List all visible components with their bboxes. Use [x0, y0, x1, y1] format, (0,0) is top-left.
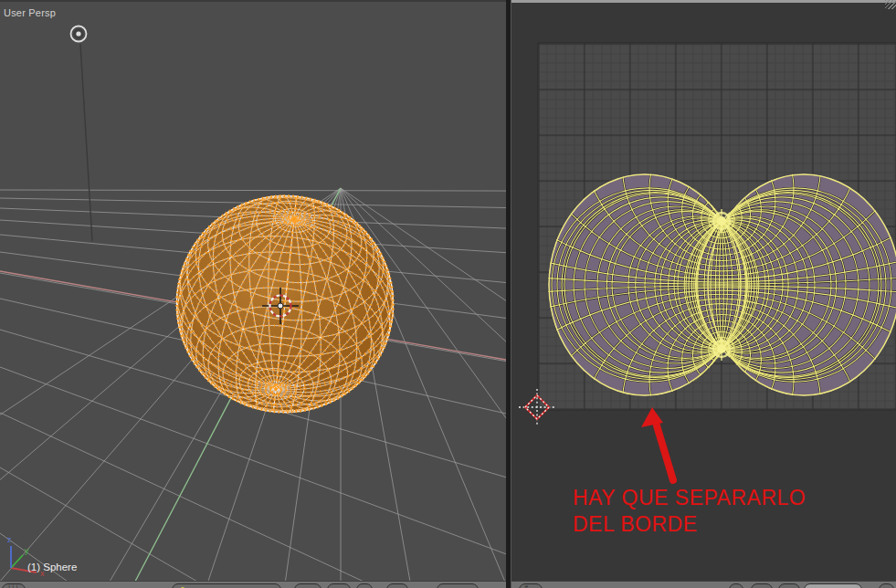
- uv-editor-header-bar[interactable]: #: [511, 581, 896, 588]
- annotation-arrow: [641, 407, 673, 480]
- blender-window: xyz User Persp (1) Sphere HAY QUE SEPARA…: [0, 0, 896, 588]
- svg-text:y: y: [25, 546, 29, 555]
- area-resize-grip-icon[interactable]: [885, 0, 896, 9]
- header-button[interactable]: [729, 583, 743, 588]
- annotation-line-2: DEL BORDE: [573, 511, 698, 537]
- header-button[interactable]: #: [519, 583, 543, 588]
- header-button[interactable]: [437, 583, 479, 588]
- header-button[interactable]: [804, 583, 862, 588]
- viewport-3d[interactable]: xyz User Persp (1) Sphere: [0, 0, 506, 581]
- lamp-icon: [71, 26, 87, 42]
- header-button[interactable]: [879, 583, 894, 588]
- header-button[interactable]: [778, 583, 800, 588]
- panel-top-edge: [511, 0, 896, 3]
- header-button[interactable]: |||: [2, 583, 26, 588]
- viewport-header-bar[interactable]: |||: [0, 581, 506, 588]
- svg-text:z: z: [7, 535, 12, 544]
- header-button[interactable]: [386, 583, 408, 588]
- lamp-object: [71, 26, 93, 242]
- header-button[interactable]: [327, 583, 351, 588]
- annotation-line-1: HAY QUE SEPARARLO: [573, 485, 806, 510]
- header-button[interactable]: [356, 583, 373, 588]
- header-button[interactable]: [172, 583, 281, 588]
- object-status-label: (1) Sphere: [27, 562, 77, 572]
- uv-pole-marker: [710, 337, 733, 361]
- uv-pole-marker: [710, 209, 733, 233]
- header-button[interactable]: [294, 583, 322, 588]
- header-button[interactable]: [751, 583, 773, 588]
- view-mode-label: User Persp: [4, 7, 56, 18]
- viewport-3d-canvas[interactable]: xyz: [0, 2, 506, 581]
